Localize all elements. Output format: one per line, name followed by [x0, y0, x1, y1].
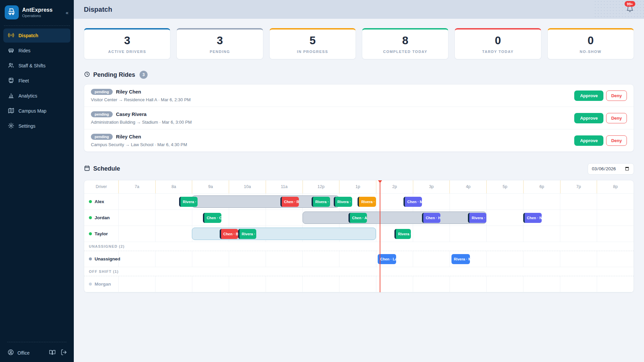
- ride-block[interactable]: Rivera · P: [179, 197, 198, 207]
- stat-card: 5IN PROGRESS: [269, 28, 356, 59]
- schedule-lane: Chen · CChen · AChen · HRivera · NChen ·…: [118, 210, 634, 226]
- sidebar-item-settings[interactable]: Settings: [3, 119, 70, 133]
- logout-icon: [60, 349, 67, 357]
- pending-status-badge: pending: [91, 89, 113, 95]
- ride-block[interactable]: Chen · B: [220, 229, 238, 239]
- sidebar-item-rides[interactable]: Rides: [3, 44, 70, 58]
- rides-icon: [8, 47, 14, 55]
- time-column-header: 5p: [486, 180, 523, 193]
- ride-block[interactable]: Rivera · N: [468, 213, 486, 223]
- schedule-date-input[interactable]: [588, 163, 634, 175]
- schedule-driver-row: JordanChen · CChen · AChen · HRivera · N…: [84, 210, 634, 226]
- time-column-header: 7a: [118, 180, 155, 193]
- shift-band[interactable]: [303, 212, 487, 224]
- handbook-button[interactable]: [48, 348, 56, 357]
- schedule-group-header: UNASSIGNED (2): [84, 242, 634, 251]
- schedule-driver-row: Morgan: [84, 276, 634, 292]
- schedule-driver-row: AlexRivera · PChen · RRivera · PRivera ·…: [84, 194, 634, 210]
- approve-button[interactable]: Approve: [574, 135, 603, 146]
- stat-card: 0TARDY TODAY: [454, 28, 541, 59]
- time-column-header: 4p: [449, 180, 486, 193]
- sidebar: AntExpress Operations « DispatchRidesSta…: [0, 0, 74, 362]
- time-column-header: 8p: [597, 180, 634, 193]
- ride-block[interactable]: Chen · N: [523, 213, 542, 223]
- brand-logo: [5, 5, 19, 19]
- stat-label: PENDING: [179, 50, 260, 54]
- ride-block[interactable]: Chen · C: [203, 213, 221, 223]
- deny-button[interactable]: Deny: [606, 90, 627, 101]
- sidebar-item-label: Staff & Shifts: [18, 63, 46, 68]
- sidebar-item-dispatch[interactable]: Dispatch: [3, 28, 70, 43]
- time-column-header: 12p: [303, 180, 339, 193]
- ride-block[interactable]: Chen · R: [280, 197, 299, 207]
- deny-button[interactable]: Deny: [606, 135, 627, 146]
- stat-label: IN PROGRESS: [272, 50, 353, 54]
- sidebar-item-analytics[interactable]: Analytics: [3, 89, 70, 103]
- footer-office-label: Office: [17, 350, 30, 356]
- stat-value: 3: [87, 34, 167, 47]
- clock-icon: [84, 71, 90, 79]
- sidebar-item-label: Dispatch: [18, 33, 38, 38]
- ride-block[interactable]: Rivera · S: [358, 197, 376, 207]
- schedule-lane: Chen · BRivera · SRivera · A: [118, 226, 634, 242]
- time-column-header: 11a: [266, 180, 303, 193]
- app-window: AntExpress Operations « DispatchRidesSta…: [0, 0, 644, 362]
- sidebar-item-staff-shifts[interactable]: Staff & Shifts: [3, 59, 70, 73]
- pending-rides-heading: Pending Rides 3: [84, 71, 634, 79]
- schedule-grid: Driver7a8a9a10a11a12p1p2p3p4p5p6p7p8pAle…: [84, 180, 634, 292]
- stat-value: 8: [365, 34, 445, 47]
- staff-icon: [8, 62, 14, 70]
- stat-label: TARDY TODAY: [458, 50, 538, 54]
- brand-text: AntExpress Operations: [22, 7, 61, 18]
- sidebar-item-label: Rides: [18, 48, 31, 53]
- stat-value: 0: [458, 34, 538, 47]
- ride-details: Visitor Center → Residence Hall A · Mar …: [91, 97, 574, 102]
- schedule-card: Driver7a8a9a10a11a12p1p2p3p4p5p6p7p8pAle…: [84, 180, 634, 293]
- driver-name-cell: Jordan: [84, 210, 118, 226]
- ride-details: Campus Security → Law School · Mar 6, 4:…: [91, 142, 574, 147]
- approve-button[interactable]: Approve: [574, 90, 603, 101]
- pending-ride-row: pendingCasey RiveraAdministration Buildi…: [84, 107, 634, 129]
- ride-block[interactable]: Chen · La: [378, 254, 396, 264]
- schedule-driver-row: TaylorChen · BRivera · SRivera · A: [84, 226, 634, 242]
- sidebar-item-label: Analytics: [18, 93, 37, 99]
- pending-status-badge: pending: [91, 134, 113, 140]
- sidebar-collapse-button[interactable]: «: [64, 8, 70, 17]
- driver-status-dot: [89, 200, 92, 203]
- time-column-header: 10a: [229, 180, 266, 193]
- logout-button[interactable]: [60, 348, 68, 357]
- brand-name: AntExpress: [22, 7, 61, 13]
- stat-value: 5: [272, 34, 353, 47]
- ride-block[interactable]: Rivera · M: [451, 254, 470, 264]
- ride-block[interactable]: Rivera · S: [334, 197, 352, 207]
- rider-name: Casey Rivera: [116, 112, 147, 117]
- driver-status-dot: [89, 232, 92, 235]
- ride-block[interactable]: Rivera · A: [394, 229, 411, 239]
- driver-name: Unassigned: [95, 256, 120, 261]
- notifications-button[interactable]: 99+: [626, 5, 634, 14]
- time-column-header: 6p: [523, 180, 560, 193]
- schedule-header-row: Driver7a8a9a10a11a12p1p2p3p4p5p6p7p8p: [84, 180, 634, 194]
- header-dot-pattern: [594, 0, 644, 19]
- main-area: Dispatch 99+ 3ACTIVE DRIVERS3PENDING5IN …: [74, 0, 644, 362]
- sidebar-divider: [4, 25, 70, 26]
- calendar-icon: [84, 165, 90, 173]
- approve-button[interactable]: Approve: [574, 113, 603, 123]
- ride-info: pendingCasey RiveraAdministration Buildi…: [91, 111, 574, 125]
- sidebar-item-campus-map[interactable]: Campus Map: [3, 104, 70, 118]
- sidebar-item-label: Fleet: [18, 78, 29, 83]
- ride-block[interactable]: Chen · H: [422, 213, 440, 223]
- ride-block[interactable]: Rivera · S: [238, 229, 257, 239]
- notification-count-badge: 99+: [625, 1, 635, 7]
- deny-button[interactable]: Deny: [606, 113, 627, 123]
- stat-value: 3: [179, 34, 260, 47]
- stat-card: 0NO-SHOW: [547, 28, 634, 59]
- ride-block[interactable]: Rivera · P: [312, 197, 330, 207]
- ride-block[interactable]: Chen · M: [404, 197, 422, 207]
- ride-block[interactable]: Chen · A: [348, 213, 367, 223]
- fleet-icon: [8, 77, 14, 85]
- time-column-header: 8a: [155, 180, 192, 193]
- content-scroll-area[interactable]: 3ACTIVE DRIVERS3PENDING5IN PROGRESS8COMP…: [74, 19, 644, 362]
- pending-count-badge: 3: [140, 71, 148, 79]
- sidebar-item-fleet[interactable]: Fleet: [3, 74, 70, 88]
